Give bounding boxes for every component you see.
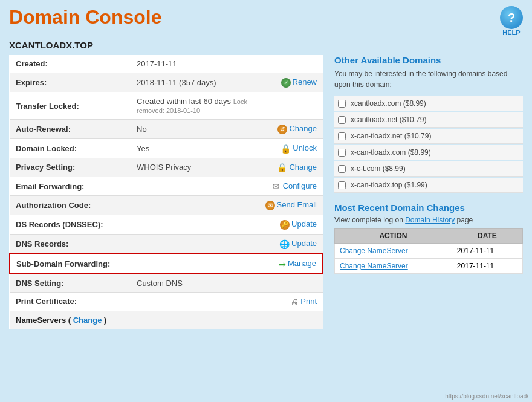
changes-action-0[interactable]: Change NameServer: [335, 244, 452, 259]
renew-link[interactable]: Renew: [293, 77, 317, 86]
other-domains-desc: You may be interested in the following d…: [334, 68, 523, 90]
page-title: Domain Console: [9, 6, 161, 28]
update-ds-link[interactable]: Update: [291, 219, 317, 229]
label-transfer-locked: Transfer Locked:: [10, 92, 131, 120]
header-row: Domain Console ? HELP: [9, 6, 523, 36]
domain-option-label-3: x-can-tloadx.com ($8.99): [351, 148, 431, 157]
privacy-icon: 🔒: [277, 163, 287, 172]
manage-link[interactable]: Manage: [288, 259, 316, 268]
action-transfer-locked: [259, 92, 323, 120]
info-row-auth-code: Authorization Code:✉Send Email: [10, 196, 323, 215]
nameservers-label: NameServers: [16, 316, 66, 325]
print-link[interactable]: Print: [300, 297, 317, 306]
info-row-created: Created:2017-11-11: [10, 55, 323, 73]
info-row-ds-records: DS Records (DNSSEC):🔑Update: [10, 215, 323, 235]
renew-icon: ✓: [281, 77, 291, 88]
domain-history-link[interactable]: Domain History: [405, 216, 455, 224]
change-privacy-link[interactable]: Change: [289, 163, 317, 172]
help-icon: ?: [500, 6, 523, 29]
domain-checkbox-3[interactable]: [338, 149, 346, 157]
nameservers-cell: NameServers ( Change ): [10, 311, 323, 329]
changes-table: ACTION DATE Change NameServer 2017-11-11…: [334, 228, 523, 274]
domain-option-label-1: xcantloadx.net ($10.79): [351, 115, 426, 124]
info-table: Created:2017-11-11Expires:2018-11-11 (35…: [9, 55, 323, 329]
action-sub-domain-forwarding[interactable]: ➡Manage: [259, 254, 323, 274]
domain-checkbox-5[interactable]: [338, 181, 346, 189]
watermark: https://blog.csdn.net/xcantload/: [445, 393, 528, 400]
action-email-forwarding[interactable]: ✉Configure: [259, 177, 323, 196]
lock-icon: 🔒: [281, 144, 291, 154]
forward-icon: ➡: [279, 259, 286, 269]
label-dns-setting: DNS Setting:: [10, 274, 131, 293]
value-created: 2017-11-11: [131, 55, 259, 73]
domain-name: XCANTLOADX.TOP: [9, 40, 523, 50]
label-auto-renewal: Auto-Renewal:: [10, 120, 131, 139]
value-auth-code: [131, 196, 259, 215]
label-print-certificate: Print Certificate:: [10, 292, 131, 311]
unlock-link[interactable]: Unlock: [293, 143, 317, 152]
action-dns-records[interactable]: 🌐Update: [259, 235, 323, 254]
value-ds-records: [131, 215, 259, 235]
action-auth-code[interactable]: ✉Send Email: [259, 196, 323, 215]
label-ds-records: DS Records (DNSSEC):: [10, 215, 131, 235]
value-sub-domain-forwarding: [131, 254, 259, 274]
value-expires: 2018-11-11 (357 days): [131, 73, 259, 92]
value-print-certificate: [131, 292, 259, 311]
changes-action-1[interactable]: Change NameServer: [335, 259, 452, 274]
value-dns-records: [131, 235, 259, 254]
domain-option-label-5: x-can-tloadx.top ($1.99): [351, 181, 427, 189]
change-ns-link[interactable]: Change: [73, 316, 102, 325]
action-ds-records[interactable]: 🔑Update: [259, 215, 323, 235]
domain-checkbox-2[interactable]: [338, 132, 346, 140]
info-row-expires: Expires:2018-11-11 (357 days)✓Renew: [10, 73, 323, 92]
right-panel: Other Available Domains You may be inter…: [334, 55, 523, 329]
action-domain-locked[interactable]: 🔒Unlock: [259, 139, 323, 158]
changes-desc: View complete log on Domain History page: [334, 216, 523, 224]
value-privacy-setting: WHOIS Privacy: [131, 158, 259, 177]
change-icon: ↺: [277, 124, 287, 134]
action-auto-renewal[interactable]: ↺Change: [259, 120, 323, 139]
configure-link[interactable]: Configure: [283, 181, 317, 190]
email-icon: ✉: [271, 182, 281, 191]
changes-date-0: 2017-11-11: [452, 244, 522, 259]
change-auto-renewal-link[interactable]: Change: [289, 124, 317, 133]
value-dns-setting: Custom DNS: [131, 274, 259, 293]
info-row-dns-setting: DNS Setting:Custom DNS: [10, 274, 323, 293]
domain-option-2: x-can-tloadx.net ($10.79): [334, 129, 523, 144]
domain-option-label-2: x-can-tloadx.net ($10.79): [351, 132, 431, 140]
domain-checkbox-4[interactable]: [338, 165, 346, 173]
domain-option-4: x-c-t.com ($8.99): [334, 161, 523, 177]
send-email-link[interactable]: Send Email: [277, 200, 317, 209]
update-dns-link[interactable]: Update: [291, 239, 317, 248]
action-expires[interactable]: ✓Renew: [259, 73, 323, 92]
label-created: Created:: [10, 55, 131, 73]
left-panel: Created:2017-11-11Expires:2018-11-11 (35…: [9, 55, 323, 329]
main-content: Created:2017-11-11Expires:2018-11-11 (35…: [9, 55, 523, 329]
changes-title: Most Recent Domain Changes: [334, 203, 523, 213]
domain-checkbox-1[interactable]: [338, 116, 346, 124]
changes-action-link-0[interactable]: Change NameServer: [340, 247, 408, 255]
send-icon: ✉: [265, 200, 275, 210]
key-icon: 🔑: [280, 219, 290, 230]
info-row-privacy-setting: Privacy Setting:WHOIS Privacy🔒Change: [10, 158, 323, 177]
other-domains-title: Other Available Domains: [334, 55, 523, 65]
domain-option-5: x-can-tloadx.top ($1.99): [334, 178, 523, 193]
changes-action-link-1[interactable]: Change NameServer: [340, 262, 408, 270]
domain-checkbox-0[interactable]: [338, 100, 346, 108]
label-expires: Expires:: [10, 73, 131, 92]
info-row-email-forwarding: Email Forwarding:✉Configure: [10, 177, 323, 196]
action-created: [259, 55, 323, 73]
domain-option-0: xcantloadx.com ($8.99): [334, 96, 523, 111]
info-row-print-certificate: Print Certificate:🖨Print: [10, 292, 323, 311]
domain-option-3: x-can-tloadx.com ($8.99): [334, 145, 523, 160]
info-row-nameservers: NameServers ( Change ): [10, 311, 323, 329]
action-privacy-setting[interactable]: 🔒Change: [259, 158, 323, 177]
page-wrapper: Domain Console ? HELP XCANTLOADX.TOP Cre…: [0, 0, 532, 402]
domain-option-label-4: x-c-t.com ($8.99): [351, 164, 406, 173]
action-print-certificate[interactable]: 🖨Print: [259, 292, 323, 311]
label-sub-domain-forwarding: Sub-Domain Forwarding:: [10, 254, 131, 274]
label-dns-records: DNS Records:: [10, 235, 131, 254]
help-button[interactable]: ? HELP: [500, 6, 523, 36]
info-row-auto-renewal: Auto-Renewal:No↺Change: [10, 120, 323, 139]
changes-row-0: Change NameServer 2017-11-11: [335, 244, 523, 259]
